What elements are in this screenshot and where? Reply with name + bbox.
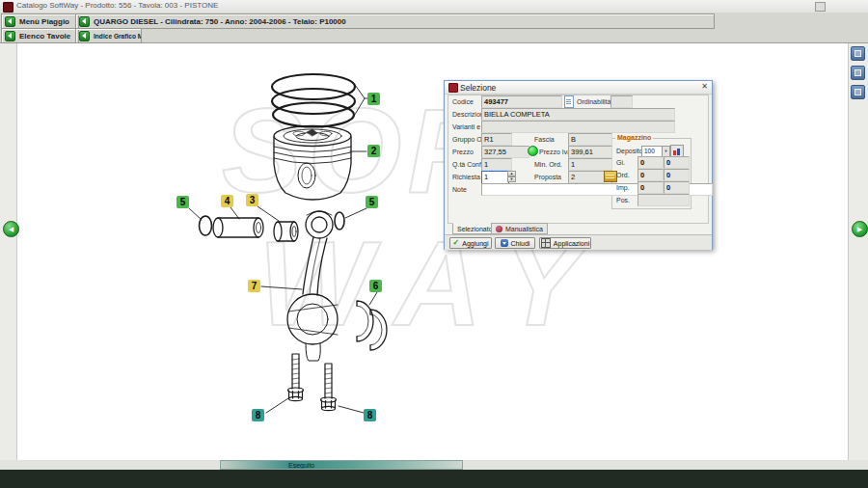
pos-field[interactable]: [637, 194, 690, 206]
price-status-led-icon: [528, 146, 538, 156]
callout-1[interactable]: 1: [367, 93, 380, 105]
richiesta-label: Richiesta: [452, 174, 480, 180]
ordinato-label: Ord.: [616, 172, 630, 178]
document-icon[interactable]: [564, 95, 574, 108]
ordinato-v2: 0: [664, 169, 690, 181]
giacenza-v1: 0: [637, 156, 664, 169]
right-gutter: [848, 42, 868, 460]
menu-piaggio-button[interactable]: Menù Piaggio: [1, 14, 79, 29]
prezzo-ivato-field[interactable]: 399,61: [568, 146, 612, 158]
elenco-tavole-button[interactable]: Elenco Tavole: [1, 28, 79, 43]
window-title-bar: Catalogo SoftWay - Prodotto: 556 - Tavol…: [0, 0, 868, 14]
fit-view-button[interactable]: [851, 85, 865, 99]
impegnato-v2: 0: [664, 181, 690, 194]
ordinato-v1: 0: [637, 169, 664, 181]
callout-7[interactable]: 7: [248, 280, 260, 292]
impegnato-label: Imp.: [616, 184, 630, 191]
giacenza-label: Gi.: [616, 159, 625, 166]
dialog-icon: [448, 83, 458, 93]
manuals-icon: [496, 226, 502, 232]
prezzo-field[interactable]: 327,55: [481, 146, 529, 158]
applicazioni-button[interactable]: Applicazioni: [539, 237, 591, 249]
elenco-tavole-label: Elenco Tavole: [19, 32, 70, 41]
richiesta-input[interactable]: 1: [481, 171, 509, 184]
pos-label: Pos.: [616, 197, 630, 203]
callout-5-right[interactable]: 5: [366, 196, 378, 208]
zoom-tool-button[interactable]: [851, 46, 865, 61]
previous-table-button[interactable]: ◀: [3, 221, 19, 237]
piston-exploded-drawing: [0, 42, 868, 460]
close-icon[interactable]: ✕: [701, 82, 708, 91]
menu-piaggio-label: Menù Piaggio: [19, 17, 69, 26]
green-nav-icon: [79, 16, 90, 27]
deposito-label: Deposito: [616, 148, 643, 154]
callout-8-right[interactable]: 8: [364, 409, 376, 421]
chiudi-label: Chiudi: [511, 240, 530, 247]
left-gutter: [0, 42, 17, 460]
callout-3[interactable]: 3: [246, 194, 258, 206]
qta-conf-field[interactable]: 1: [481, 158, 512, 171]
order-basket-icon[interactable]: [604, 171, 617, 182]
dialog-title: Selezione: [460, 83, 496, 93]
taskbar: W X 20°C Parzial. sereno ITA 18:25 23/09…: [0, 470, 868, 488]
green-nav-icon: [5, 31, 15, 41]
green-nav-icon: [79, 31, 90, 41]
prezzo-label: Prezzo: [452, 149, 474, 155]
app-icon: [3, 2, 14, 13]
aggiungi-label: Aggiungi: [462, 240, 488, 247]
proposta-field[interactable]: 2: [568, 171, 605, 183]
ordinabilita-field[interactable]: [610, 95, 633, 108]
indice-grafico-label: Indice Grafico Motore: [94, 33, 142, 40]
applicazioni-label: Applicazioni: [554, 240, 589, 247]
note-label: Note: [452, 186, 467, 193]
fascia-label: Fascia: [534, 136, 555, 143]
magazzino-title: Magazzino: [615, 134, 653, 141]
ordinabilita-label: Ordinabilità: [577, 98, 610, 105]
vehicle-info-label: QUARGO DIESEL - Cilindrata: 750 - Anno: …: [94, 17, 346, 26]
fascia-field[interactable]: B: [568, 133, 612, 146]
tab-selezionato-label: Selezionato: [457, 226, 493, 232]
min-ord-field[interactable]: 1: [568, 158, 612, 171]
proposta-label: Proposta: [534, 174, 561, 180]
richiesta-stepper[interactable]: ▲ ▼: [507, 171, 516, 183]
background-window-title: Eseguito: [288, 462, 314, 469]
aggiungi-button[interactable]: ✓ Aggiungi: [449, 237, 492, 249]
pan-tool-button[interactable]: [851, 66, 865, 80]
callout-6[interactable]: 6: [369, 280, 382, 292]
spin-down-icon[interactable]: ▼: [507, 176, 516, 182]
impegnato-v1: 0: [637, 181, 664, 194]
screen: { "window": { "title": "Catalogo SoftWay…: [0, 0, 868, 488]
chiudi-button[interactable]: Chiudi: [495, 237, 535, 249]
deposito-value: 100: [644, 148, 655, 154]
window-title: Catalogo SoftWay - Prodotto: 556 - Tavol…: [16, 1, 218, 10]
background-window-sliver[interactable]: Eseguito: [220, 460, 463, 470]
codice-label: Codice: [452, 98, 474, 105]
giacenza-v2: 0: [664, 156, 690, 169]
window-restore-button[interactable]: [815, 2, 826, 12]
next-table-button[interactable]: ▶: [852, 221, 868, 237]
min-ord-label: Min. Ord.: [534, 161, 562, 168]
close-dialog-icon: [501, 239, 508, 247]
selezione-dialog: Selezione ✕ Codice 493477 Ordinabilità D…: [444, 80, 713, 250]
tab-manualistica-label: Manualistica: [505, 226, 543, 232]
gruppo-ord-field[interactable]: R1: [481, 133, 512, 146]
vehicle-info-bar[interactable]: QUARGO DIESEL - Cilindrata: 750 - Anno: …: [75, 14, 715, 29]
tab-manualistica[interactable]: Manualistica: [491, 223, 548, 234]
callout-8-left[interactable]: 8: [252, 409, 264, 421]
callout-4[interactable]: 4: [221, 195, 233, 207]
varianti-field[interactable]: [481, 121, 675, 133]
green-nav-icon: [5, 16, 15, 27]
indice-grafico-button[interactable]: Indice Grafico Motore: [75, 28, 142, 43]
dialog-title-bar[interactable]: Selezione ✕: [445, 81, 712, 95]
callout-5-left[interactable]: 5: [176, 196, 189, 208]
codice-field[interactable]: 493477: [481, 95, 562, 108]
descrizione-field[interactable]: BIELLA COMPLETA: [481, 108, 675, 121]
navigation-toolbar: Menù Piaggio Elenco Tavole QUARGO DIESEL…: [0, 13, 868, 43]
check-icon: ✓: [453, 239, 460, 247]
qta-conf-label: Q.tà Conf.: [452, 161, 483, 168]
chevron-down-icon[interactable]: ▼: [662, 147, 669, 156]
applications-grid-icon: [541, 238, 551, 248]
diagram-canvas[interactable]: SOFT WAY: [0, 42, 868, 460]
callout-2[interactable]: 2: [367, 145, 380, 157]
